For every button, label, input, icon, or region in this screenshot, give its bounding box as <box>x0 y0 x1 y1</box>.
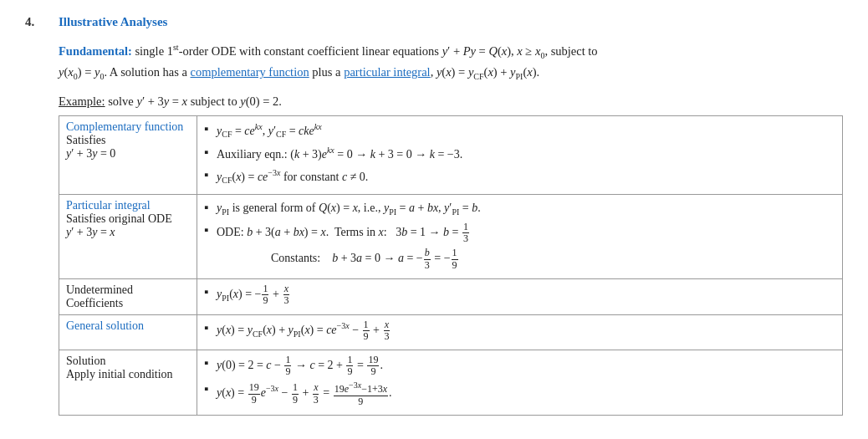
uc-right-cell: ▪ yPI(x) = −19 + x3 <box>197 278 843 314</box>
gs-bullet-1-content: y(x) = yCF(x) + yPI(x) = ce−3x − 19 + x3 <box>217 319 391 342</box>
sol-label: Solution <box>66 355 105 367</box>
cf-bullet-3-content: yCF(x) = ce−3x for constant c ≠ 0. <box>217 166 368 186</box>
sol-sublabel: Apply initial condition <box>66 368 173 380</box>
fundamental-label: Fundamental: <box>59 44 132 58</box>
gs-left-cell: General solution <box>59 314 197 350</box>
bullet-icon: ▪ <box>204 380 212 398</box>
cf-equation: y′ + 3y = 0 <box>66 147 115 160</box>
gs-label: General solution <box>66 319 144 332</box>
pi-satisfies: Satisfies original ODE <box>66 212 172 225</box>
table-row-uc: UndeterminedCoefficients ▪ yPI(x) = −19 … <box>59 278 843 314</box>
intro-paragraph: Fundamental: single 1st-order ODE with c… <box>59 41 843 84</box>
cf-bullet-3: ▪ yCF(x) = ce−3x for constant c ≠ 0. <box>204 166 835 186</box>
table-row-gs: General solution ▪ y(x) = yCF(x) + yPI(x… <box>59 314 843 350</box>
pi-bullet-1-content: yPI is general form of Q(x) = x, i.e., y… <box>217 199 481 218</box>
pi-right-cell: ▪ yPI is general form of Q(x) = x, i.e.,… <box>197 195 843 279</box>
gs-right-cell: ▪ y(x) = yCF(x) + yPI(x) = ce−3x − 19 + … <box>197 314 843 350</box>
uc-bullet-1: ▪ yPI(x) = −19 + x3 <box>204 283 835 306</box>
pi-bullet-2-content: ODE: b + 3(a + bx) = x. Terms in x: 3b =… <box>217 222 470 244</box>
uc-label: UndeterminedCoefficients <box>66 283 133 309</box>
cf-bullet-1: ▪ yCF = cekx, y′CF = ckekx <box>204 120 835 140</box>
bullet-icon: ▪ <box>204 144 212 161</box>
cf-left-cell: Complementary function Satisfies y′ + 3y… <box>59 115 197 195</box>
section-number: 4. <box>25 15 43 29</box>
cf-bullet-2: ▪ Auxiliary eqn.: (k + 3)ekx = 0 → k + 3… <box>204 144 835 163</box>
table-row-sol: Solution Apply initial condition ▪ y(0) … <box>59 350 843 416</box>
sol-bullet-1-content: y(0) = 2 = c − 19 → c = 2 + 19 = 199. <box>217 355 383 377</box>
sol-bullet-2: ▪ y(x) = 199e−3x − 19 + x3 = 19e−3x−1+3x… <box>204 380 835 406</box>
sol-bullet-1: ▪ y(0) = 2 = c − 19 → c = 2 + 19 = 199. <box>204 355 835 377</box>
bullet-icon: ▪ <box>204 283 212 301</box>
sol-bullet-2-content: y(x) = 199e−3x − 19 + x3 = 19e−3x−1+3x9. <box>217 380 392 406</box>
sol-left-cell: Solution Apply initial condition <box>59 350 197 416</box>
table-row-cf: Complementary function Satisfies y′ + 3y… <box>59 115 843 195</box>
pi-bullet-1: ▪ yPI is general form of Q(x) = x, i.e.,… <box>204 199 835 218</box>
bullet-icon: ▪ <box>204 120 212 138</box>
cf-label: Complementary function <box>66 120 183 133</box>
pi-bullet-3: Constants: b + 3a = 0 → a = −b3 = −19 <box>204 248 835 270</box>
bullet-icon: ▪ <box>204 355 212 372</box>
example-label: Example: <box>59 94 105 108</box>
section-header: 4. Illustrative Analyses <box>25 15 843 29</box>
pi-equation: y′ + 3y = x <box>66 226 115 238</box>
bullet-icon: ▪ <box>204 199 212 217</box>
pi-left-cell: Particular integral Satisfies original O… <box>59 195 197 279</box>
solution-table: Complementary function Satisfies y′ + 3y… <box>59 115 843 416</box>
section-title: Illustrative Analyses <box>59 15 167 29</box>
example-line: Example: solve y′ + 3y = x subject to y(… <box>59 94 843 109</box>
pi-label: Particular integral <box>66 199 151 212</box>
bullet-icon: ▪ <box>204 222 212 239</box>
bullet-icon: ▪ <box>204 319 212 337</box>
cf-satisfies: Satisfies <box>66 134 105 146</box>
cf-link: complementary function <box>191 65 309 79</box>
pi-bullet-3-content: Constants: b + 3a = 0 → a = −b3 = −19 <box>221 248 459 270</box>
uc-left-cell: UndeterminedCoefficients <box>59 278 197 314</box>
sol-right-cell: ▪ y(0) = 2 = c − 19 → c = 2 + 19 = 199. … <box>197 350 843 416</box>
gs-bullet-1: ▪ y(x) = yCF(x) + yPI(x) = ce−3x − 19 + … <box>204 319 835 342</box>
cf-bullet-2-content: Auxiliary eqn.: (k + 3)ekx = 0 → k + 3 =… <box>217 144 462 163</box>
cf-right-cell: ▪ yCF = cekx, y′CF = ckekx ▪ Auxiliary e… <box>197 115 843 195</box>
cf-bullet-1-content: yCF = cekx, y′CF = ckekx <box>217 120 322 140</box>
table-row-pi: Particular integral Satisfies original O… <box>59 195 843 279</box>
bullet-icon: ▪ <box>204 166 212 184</box>
pi-link: particular integral <box>344 65 430 79</box>
pi-bullet-2: ▪ ODE: b + 3(a + bx) = x. Terms in x: 3b… <box>204 222 835 244</box>
uc-bullet-1-content: yPI(x) = −19 + x3 <box>217 283 290 306</box>
